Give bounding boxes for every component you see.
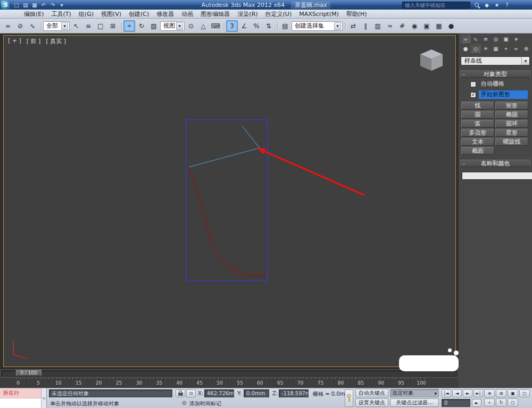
helpers-category-icon[interactable]: ⌖ xyxy=(501,45,511,53)
set-keys-icon[interactable] xyxy=(345,389,353,407)
rectangle-button[interactable]: 矩形 xyxy=(495,102,528,110)
menu-item[interactable]: 组(G) xyxy=(75,10,97,19)
mirror-icon[interactable]: ⇄ xyxy=(347,20,359,32)
go-to-start-icon[interactable]: |◄ xyxy=(442,389,451,397)
listener-scroll-arrow[interactable]: < xyxy=(41,388,46,408)
play-icon[interactable]: ► xyxy=(463,389,472,397)
zoom-extents-icon[interactable]: ▣ xyxy=(508,389,518,397)
cameras-category-icon[interactable]: ▦ xyxy=(491,45,501,53)
transform-typein-toggle[interactable]: ⊡ xyxy=(186,389,196,397)
previous-frame-icon[interactable]: ◄ xyxy=(452,389,462,397)
select-and-link-icon[interactable]: ∞ xyxy=(2,20,14,32)
select-and-scale-icon[interactable]: ▧ xyxy=(148,20,160,32)
donut-button[interactable]: 圆环 xyxy=(495,120,528,128)
viewport-general-menu[interactable]: [ + ] xyxy=(8,37,21,45)
autogrid-checkbox[interactable] xyxy=(470,81,476,87)
window-crossing-icon[interactable]: ⊞ xyxy=(107,20,119,32)
zoom-icon[interactable]: ⊕ xyxy=(484,389,495,397)
line-button[interactable]: 线 xyxy=(461,102,494,110)
selection-region-icon[interactable]: □ xyxy=(95,20,106,32)
menu-item[interactable]: MAXScript(M) xyxy=(295,10,343,18)
curve-editor-icon[interactable]: ≈ xyxy=(384,20,396,32)
material-editor-icon[interactable]: ◉ xyxy=(409,20,420,32)
render-production-icon[interactable]: ● xyxy=(445,20,457,32)
menu-item[interactable]: 创建(C) xyxy=(125,10,153,19)
spinner-snap-icon[interactable]: ⇅ xyxy=(263,20,275,32)
circle-button[interactable]: 圆 xyxy=(461,111,494,119)
start-new-shape-row[interactable]: ✓ 开始新图形 xyxy=(470,90,528,99)
object-type-rollout-header[interactable]: - 对象类型 xyxy=(460,70,530,78)
go-to-end-icon[interactable]: ►| xyxy=(473,389,483,397)
create-tab[interactable]: ＋ xyxy=(461,35,470,43)
named-selection-combo[interactable]: 创建选择集 xyxy=(292,21,343,31)
angle-snap-icon[interactable]: ∠ xyxy=(238,20,250,32)
select-object-icon[interactable]: ↖ xyxy=(70,20,82,32)
motion-tab[interactable]: ◎ xyxy=(491,35,501,43)
listener-macro-row[interactable]: 所在行 xyxy=(0,388,46,398)
menu-item[interactable]: 自定义(U) xyxy=(262,10,296,19)
menu-item[interactable]: 视图(V) xyxy=(97,10,125,19)
listener-input-row[interactable] xyxy=(0,398,46,408)
viewport-pov-menu[interactable]: [ 前 ] xyxy=(27,37,41,45)
start-new-shape-checkbox[interactable]: ✓ xyxy=(470,92,476,98)
autogrid-checkbox-row[interactable]: 自动栅格 xyxy=(470,80,528,88)
orbit-icon[interactable]: ↻ xyxy=(496,398,506,406)
geometry-category-icon[interactable]: ● xyxy=(461,45,470,53)
time-slider[interactable]: 0 / 100 xyxy=(0,369,459,377)
active-line-segment[interactable] xyxy=(189,127,260,167)
next-frame-icon[interactable]: ► xyxy=(472,399,481,407)
z-coordinate-field[interactable]: -118.597mm xyxy=(279,389,309,397)
menu-item[interactable]: 工具(T) xyxy=(48,10,75,19)
shapes-category-icon[interactable]: ◇ xyxy=(471,45,480,53)
maximize-viewport-icon[interactable]: ▢ xyxy=(508,398,518,406)
zoom-all-icon[interactable]: ⊞ xyxy=(496,389,506,397)
menu-item[interactable]: 图形编辑器 xyxy=(197,10,234,19)
communication-center-icon[interactable]: ◆ xyxy=(483,1,491,9)
lock-selection-toggle[interactable] xyxy=(176,389,185,397)
hierarchy-tab[interactable]: ≡ xyxy=(481,35,491,43)
percent-snap-icon[interactable]: % xyxy=(251,20,262,32)
front-viewport[interactable]: [ + ] [ 前 ] [ 真实 ] xyxy=(3,35,456,367)
snap-toggle-3d-icon[interactable]: 3 xyxy=(226,20,238,32)
selection-filter-combo[interactable]: 全部 xyxy=(43,21,70,31)
help-icon[interactable]: ? xyxy=(503,1,511,9)
layer-manager-icon[interactable]: ▥ xyxy=(372,20,384,32)
menu-item[interactable]: 修改器 xyxy=(153,10,178,19)
menu-item[interactable]: 渲染(R) xyxy=(234,10,261,19)
utilities-tab[interactable]: ∗ xyxy=(511,35,521,43)
name-color-rollout-header[interactable]: - 名称和颜色 xyxy=(460,160,530,167)
menu-item[interactable]: 动画 xyxy=(178,10,197,19)
modify-tab[interactable]: ∿ xyxy=(471,35,480,43)
current-frame-field[interactable]: 0 xyxy=(442,399,470,407)
search-icon[interactable] xyxy=(473,1,480,9)
ngon-button[interactable]: 多边形 xyxy=(461,129,494,137)
rendered-frame-icon[interactable]: ▦ xyxy=(433,20,445,32)
text-button[interactable]: 文本 xyxy=(461,138,494,146)
pan-icon[interactable]: ＋ xyxy=(484,398,495,406)
arc-button[interactable]: 弧 xyxy=(461,120,494,128)
schematic-view-icon[interactable]: # xyxy=(396,20,408,32)
menu-item[interactable]: 编辑(E) xyxy=(20,10,48,19)
section-button[interactable]: 截面 xyxy=(461,147,494,155)
chevron-down-icon[interactable]: ▼ xyxy=(521,57,529,65)
x-coordinate-field[interactable]: 462.726mm xyxy=(204,389,234,397)
add-time-tag[interactable]: 添加时间标记 xyxy=(189,400,221,407)
object-name-input[interactable] xyxy=(462,172,532,180)
zoom-region-icon[interactable]: □ xyxy=(519,389,530,397)
time-slider-track[interactable] xyxy=(1,370,458,377)
set-key-button[interactable]: 设置关键点 xyxy=(355,398,388,407)
key-mode-dropdown[interactable]: 选定对象 xyxy=(390,389,439,397)
select-and-manipulate-icon[interactable]: △ xyxy=(197,20,209,32)
bind-to-spacewarp-icon[interactable]: ∿ xyxy=(27,20,38,32)
select-by-name-icon[interactable]: ≡ xyxy=(82,20,94,32)
favorites-icon[interactable]: ★ xyxy=(493,1,501,9)
auto-key-button[interactable]: 自动关键点 xyxy=(355,389,388,397)
bowl-profile-spline[interactable] xyxy=(189,167,265,275)
infocenter-search-input[interactable] xyxy=(402,2,470,9)
viewport-shading-menu[interactable]: [ 真实 ] xyxy=(46,37,66,45)
viewcube[interactable] xyxy=(420,49,443,71)
key-filters-button[interactable]: 关键点过滤器... xyxy=(390,398,439,407)
render-setup-icon[interactable]: ▣ xyxy=(421,20,433,32)
align-icon[interactable]: ∥ xyxy=(360,20,371,32)
reference-coordinate-combo[interactable]: 视图 xyxy=(160,21,185,31)
